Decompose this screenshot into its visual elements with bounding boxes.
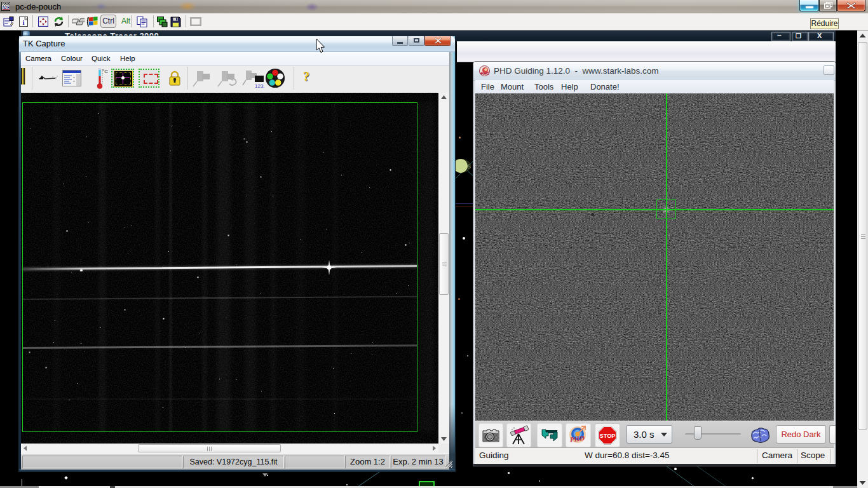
svg-text:S: S: [467, 163, 471, 170]
svg-text:VNC: VNC: [2, 6, 9, 10]
svg-text:i: i: [22, 18, 24, 26]
svg-text:123...: 123...: [255, 83, 265, 89]
svg-text:STOP: STOP: [599, 433, 615, 439]
svg-text:PHD: PHD: [569, 434, 585, 444]
svg-text:°C: °C: [102, 69, 108, 74]
svg-text:PHD: PHD: [481, 71, 490, 76]
